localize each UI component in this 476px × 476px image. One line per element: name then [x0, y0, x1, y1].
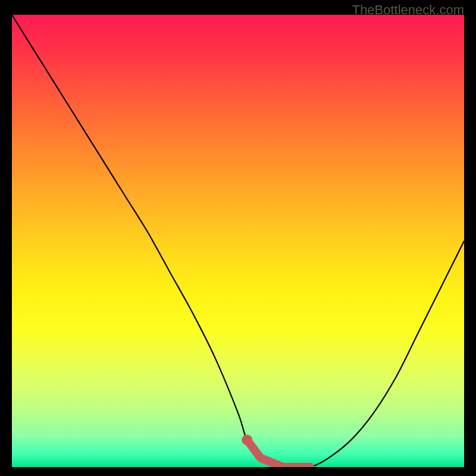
optimal-range-start-dot	[242, 434, 252, 445]
watermark: TheBottleneck.com	[352, 2, 464, 18]
chart-svg	[12, 15, 464, 467]
plot-area	[12, 15, 464, 467]
bottleneck-curve	[12, 15, 464, 467]
optimal-range-marker	[247, 440, 310, 467]
